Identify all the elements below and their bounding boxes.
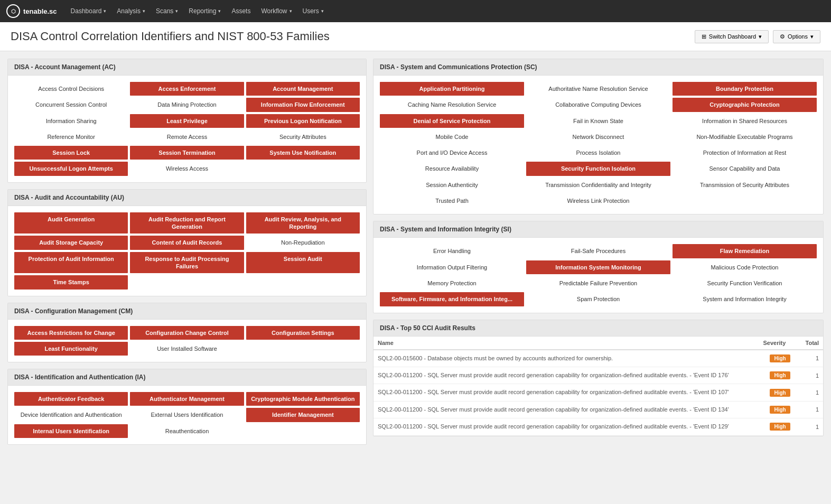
grid-item[interactable]: Identifier Management (246, 408, 360, 422)
nav-assets[interactable]: Assets (226, 0, 256, 22)
grid-item[interactable]: Least Functionality (14, 342, 128, 356)
grid-item: Security Attributes (246, 130, 360, 144)
switch-dashboard-button[interactable]: ⊞ Switch Dashboard ▾ (695, 30, 769, 43)
grid-item: User Installed Software (130, 342, 244, 356)
grid-item[interactable]: Flaw Remediation (673, 244, 817, 258)
severity-badge: High (770, 423, 790, 431)
grid-item[interactable]: Session Audit (246, 252, 360, 274)
grid-item: Fail-Safe Procedures (526, 244, 670, 258)
grid-item[interactable]: Unsuccessful Logon Attempts (14, 162, 128, 175)
left-column: DISA - Account Management (AC) Access Co… (7, 59, 367, 445)
grid-item: Reauthentication (130, 424, 244, 438)
grid-item: Information Output Filtering (380, 260, 524, 274)
grid-spacer (246, 275, 360, 289)
col-severity: Severity (759, 337, 801, 350)
top50-table: Name Severity Total SQL2-00-015600 - Dat… (374, 337, 823, 436)
panel-si-header: DISA - System and Information Integrity … (374, 221, 823, 238)
grid-item[interactable]: Internal Users Identification (14, 424, 128, 438)
logo-icon: ⬡ (6, 4, 20, 18)
grid-item[interactable]: Boundary Protection (673, 82, 817, 96)
gear-icon: ⚙ (780, 33, 785, 40)
grid-item: Spam Protection (526, 292, 670, 306)
sc-grid: Application PartitioningAuthoritative Na… (380, 82, 817, 208)
nav-workflow[interactable]: Workflow ▾ (256, 0, 297, 22)
grid-item[interactable]: Authenticator Management (130, 392, 244, 406)
grid-item: Process Isolation (526, 146, 670, 160)
table-row[interactable]: SQL2-00-011200 - SQL Server must provide… (374, 401, 823, 418)
grid-item[interactable]: Software, Firmware, and Information Inte… (380, 292, 524, 306)
grid-item: Mobile Code (380, 130, 524, 144)
nav-reporting[interactable]: Reporting ▾ (183, 0, 226, 22)
grid-item[interactable]: Denial of Service Protection (380, 114, 524, 128)
analysis-arrow: ▾ (143, 8, 145, 14)
grid-item[interactable]: Protection of Audit Information (14, 252, 128, 274)
grid-item[interactable]: Audit Reduction and Report Generation (130, 212, 244, 234)
grid-item[interactable]: Cryptographic Protection (673, 98, 817, 111)
grid-item[interactable]: Information Flow Enforcement (246, 98, 360, 111)
grid-item[interactable]: Access Enforcement (130, 82, 244, 96)
grid-item[interactable]: Previous Logon Notification (246, 114, 360, 128)
table-row[interactable]: SQL2-00-011200 - SQL Server must provide… (374, 384, 823, 401)
grid-item[interactable]: Account Management (246, 82, 360, 96)
grid-item: Authoritative Name Resolution Service (526, 82, 670, 96)
grid-item: Information Sharing (14, 114, 128, 128)
grid-item[interactable]: Content of Audit Records (130, 236, 244, 249)
grid-item: Wireless Link Protection (526, 194, 670, 208)
grid-item[interactable]: Configuration Change Control (130, 326, 244, 340)
nav-dashboard[interactable]: Dashboard ▾ (66, 0, 112, 22)
grid-item: Predictable Failure Prevention (526, 276, 670, 290)
switch-arrow: ▾ (759, 33, 762, 40)
panel-sc: DISA - System and Communications Protect… (373, 59, 824, 214)
grid-item: External Users Identification (130, 408, 244, 422)
panel-sc-header: DISA - System and Communications Protect… (374, 59, 823, 76)
nav-analysis[interactable]: Analysis ▾ (111, 0, 151, 22)
panel-au-body: Audit GenerationAudit Reduction and Repo… (8, 206, 366, 296)
grid-item[interactable]: Least Privilege (130, 114, 244, 128)
row-severity: High (759, 418, 801, 435)
nav-users[interactable]: Users ▾ (297, 0, 329, 22)
panel-ia-body: Authenticator FeedbackAuthenticator Mana… (8, 386, 366, 444)
grid-item[interactable]: Audit Storage Capacity (14, 236, 128, 249)
panel-ia: DISA - Identification and Authentication… (7, 369, 367, 445)
si-grid: Error HandlingFail-Safe ProceduresFlaw R… (380, 244, 817, 306)
grid-item: Memory Protection (380, 276, 524, 290)
navbar: ⬡ tenable.sc Dashboard ▾ Analysis ▾ Scan… (0, 0, 831, 22)
grid-item[interactable]: Information System Monitoring (526, 260, 670, 274)
nav-scans[interactable]: Scans ▾ (151, 0, 183, 22)
options-button[interactable]: ⚙ Options ▾ (773, 30, 820, 43)
row-severity: High (759, 401, 801, 418)
grid-item[interactable]: Session Termination (130, 146, 244, 160)
row-total: 1 (801, 384, 823, 401)
grid-item: Caching Name Resolution Service (380, 98, 524, 111)
table-row[interactable]: SQL2-00-011200 - SQL Server must provide… (374, 367, 823, 384)
panel-si-body: Error HandlingFail-Safe ProceduresFlaw R… (374, 238, 823, 312)
row-severity: High (759, 384, 801, 401)
grid-item: Information in Shared Resources (673, 114, 817, 128)
grid-item[interactable]: Cryptographic Module Authentication (246, 392, 360, 406)
users-arrow: ▾ (321, 8, 324, 14)
grid-item[interactable]: Audit Review, Analysis, and Reporting (246, 212, 360, 234)
grid-item[interactable]: Security Function Isolation (526, 162, 670, 175)
grid-item[interactable]: System Use Notification (246, 146, 360, 160)
grid-item[interactable]: Time Stamps (14, 275, 128, 289)
grid-item: Resource Availability (380, 162, 524, 175)
grid-item[interactable]: Audit Generation (14, 212, 128, 234)
grid-item[interactable]: Session Lock (14, 146, 128, 160)
reporting-arrow: ▾ (218, 8, 221, 14)
grid-item[interactable]: Response to Audit Processing Failures (130, 252, 244, 274)
main-content: DISA - Account Management (AC) Access Co… (0, 51, 831, 452)
grid-item[interactable]: Authenticator Feedback (14, 392, 128, 406)
page-title: DISA Control Correlation Identifiers and… (11, 30, 330, 43)
grid-item[interactable]: Configuration Settings (246, 326, 360, 340)
panel-au-header: DISA - Audit and Accountability (AU) (8, 190, 366, 206)
table-row[interactable]: SQL2-00-011200 - SQL Server must provide… (374, 418, 823, 435)
table-row[interactable]: SQL2-00-015600 - Database objects must b… (374, 350, 823, 367)
right-column: DISA - System and Communications Protect… (373, 59, 824, 445)
row-name: SQL2-00-011200 - SQL Server must provide… (374, 418, 759, 435)
grid-item: Transmission Confidentiality and Integri… (526, 178, 670, 192)
row-total: 1 (801, 418, 823, 435)
grid-item[interactable]: Application Partitioning (380, 82, 524, 96)
row-total: 1 (801, 401, 823, 418)
grid-item: Wireless Access (130, 162, 244, 175)
grid-item[interactable]: Access Restrictions for Change (14, 326, 128, 340)
